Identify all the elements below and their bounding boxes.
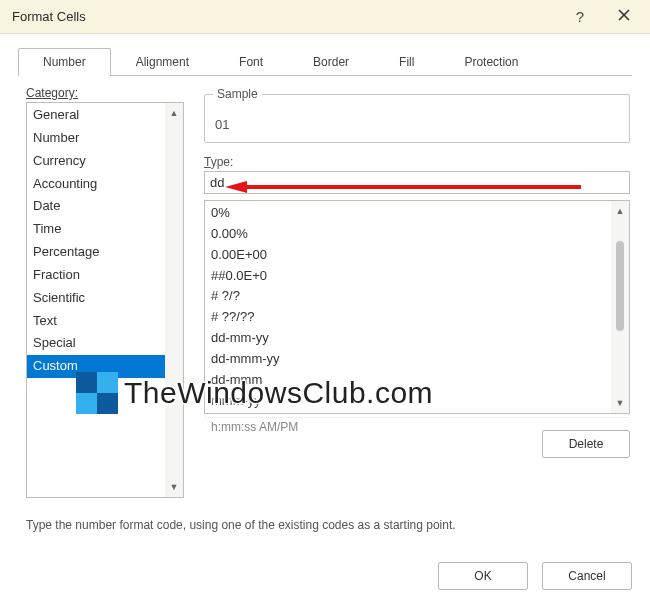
list-item[interactable]: Special — [27, 332, 165, 355]
tab-alignment[interactable]: Alignment — [111, 48, 214, 76]
format-item[interactable]: 0.00E+00 — [205, 245, 611, 266]
sample-group: Sample 01 — [204, 94, 630, 143]
category-panel: Category: GeneralNumberCurrencyAccountin… — [26, 86, 184, 498]
scrollbar[interactable]: ▲ ▼ — [165, 103, 183, 497]
close-button[interactable] — [602, 0, 646, 33]
format-item[interactable]: mmm-yy — [205, 391, 611, 412]
list-item[interactable]: Text — [27, 310, 165, 333]
tab-protection[interactable]: Protection — [439, 48, 543, 76]
list-item[interactable]: Time — [27, 218, 165, 241]
list-item[interactable]: Number — [27, 127, 165, 150]
format-item[interactable]: dd-mmm-yy — [205, 349, 611, 370]
tab-fill[interactable]: Fill — [374, 48, 439, 76]
tab-strip: Number Alignment Font Border Fill Protec… — [0, 34, 650, 76]
close-icon — [618, 9, 630, 24]
list-item[interactable]: Accounting — [27, 173, 165, 196]
ok-button[interactable]: OK — [438, 562, 528, 590]
help-text: Type the number format code, using one o… — [0, 506, 650, 532]
tab-number[interactable]: Number — [18, 48, 111, 76]
scroll-up-icon[interactable]: ▲ — [611, 201, 629, 221]
help-icon: ? — [576, 8, 584, 25]
titlebar: Format Cells ? — [0, 0, 650, 34]
format-item[interactable]: dd-mmm — [205, 370, 611, 391]
list-item[interactable]: Date — [27, 195, 165, 218]
list-item[interactable]: General — [27, 104, 165, 127]
scroll-down-icon[interactable]: ▼ — [165, 477, 183, 497]
custom-panel: Sample 01 Type: 0%0.00%0.00E+00##0.0E+0#… — [204, 86, 630, 498]
list-item[interactable]: Fraction — [27, 264, 165, 287]
format-item[interactable]: # ?/? — [205, 286, 611, 307]
type-label: Type: — [204, 155, 630, 169]
dialog-buttons: OK Cancel — [438, 562, 632, 590]
format-item[interactable]: ##0.0E+0 — [205, 266, 611, 287]
tab-border[interactable]: Border — [288, 48, 374, 76]
dialog-title: Format Cells — [12, 9, 558, 24]
list-item[interactable]: Currency — [27, 150, 165, 173]
cancel-button[interactable]: Cancel — [542, 562, 632, 590]
category-listbox[interactable]: GeneralNumberCurrencyAccountingDateTimeP… — [26, 102, 184, 498]
scrollbar[interactable]: ▲ ▼ — [611, 201, 629, 413]
list-item[interactable]: Percentage — [27, 241, 165, 264]
sample-value: 01 — [215, 117, 229, 132]
format-item[interactable]: 0% — [205, 203, 611, 224]
formats-listbox[interactable]: 0%0.00%0.00E+00##0.0E+0# ?/?# ??/??dd-mm… — [204, 200, 630, 414]
scroll-thumb[interactable] — [616, 241, 624, 331]
type-input[interactable] — [204, 171, 630, 194]
help-button[interactable]: ? — [558, 0, 602, 33]
list-item[interactable]: Custom — [27, 355, 165, 378]
format-item[interactable]: 0.00% — [205, 224, 611, 245]
scroll-down-icon[interactable]: ▼ — [611, 393, 629, 413]
tab-content: Category: GeneralNumberCurrencyAccountin… — [0, 76, 650, 506]
list-item[interactable]: Scientific — [27, 287, 165, 310]
scroll-up-icon[interactable]: ▲ — [165, 103, 183, 123]
sample-caption: Sample — [213, 87, 262, 101]
format-item[interactable]: dd-mm-yy — [205, 328, 611, 349]
tab-font[interactable]: Font — [214, 48, 288, 76]
category-label: Category: — [26, 86, 184, 100]
format-item[interactable]: # ??/?? — [205, 307, 611, 328]
format-item-truncated: h:mm:ss AM/PM — [205, 417, 629, 434]
